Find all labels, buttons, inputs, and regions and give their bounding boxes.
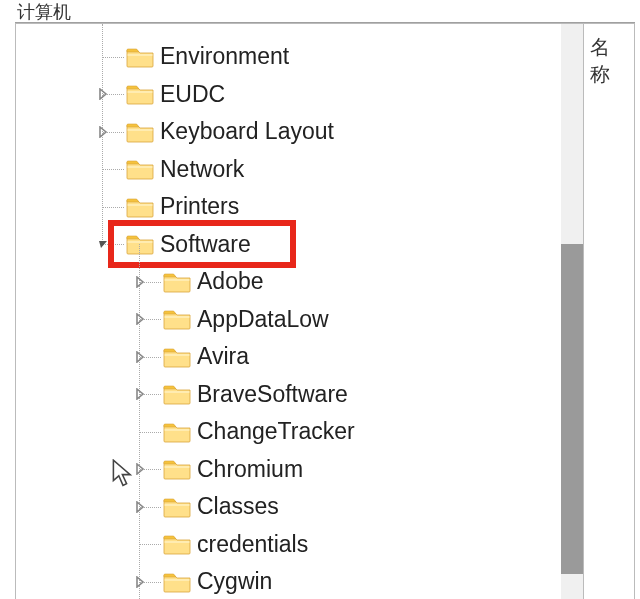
tree-line (103, 57, 124, 58)
tree-item-classes[interactable]: Classes (16, 488, 583, 526)
chevron-down-icon[interactable] (96, 237, 110, 251)
scrollbar-thumb[interactable] (561, 244, 583, 574)
tree-item-changetracker[interactable]: ChangeTracker (16, 413, 583, 451)
chevron-right-icon[interactable] (133, 275, 147, 289)
folder-icon (126, 233, 154, 255)
tree-item-avira[interactable]: Avira (16, 338, 583, 376)
tree-line (140, 544, 161, 545)
tree-item-bravesoftware[interactable]: BraveSoftware (16, 376, 583, 414)
chevron-right-icon[interactable] (133, 387, 147, 401)
tree-item-cygwin[interactable]: Cygwin (16, 563, 583, 599)
folder-icon (163, 421, 191, 443)
tree-item-label: AppDataLow (197, 306, 329, 333)
folder-icon (163, 496, 191, 518)
window-title: 计算机 (15, 0, 635, 22)
tree-item-label: credentials (197, 531, 308, 558)
tree-line (103, 207, 124, 208)
chevron-right-icon[interactable] (133, 462, 147, 476)
tree-item-chromium[interactable]: Chromium (16, 451, 583, 489)
folder-icon (126, 46, 154, 68)
tree-item-label: Avira (197, 343, 249, 370)
chevron-right-icon[interactable] (133, 500, 147, 514)
tree-item-keyboard-layout[interactable]: Keyboard Layout (16, 113, 583, 151)
tree-item-software[interactable]: Software (16, 226, 583, 264)
folder-icon (126, 83, 154, 105)
tree-item-label: ChangeTracker (197, 418, 355, 445)
folder-icon (163, 383, 191, 405)
tree-item-adobe[interactable]: Adobe (16, 263, 583, 301)
folder-icon (126, 158, 154, 180)
tree-item-label: Classes (197, 493, 279, 520)
chevron-right-icon[interactable] (96, 87, 110, 101)
tree-item-label: Printers (160, 193, 239, 220)
folder-icon (163, 571, 191, 593)
folder-icon (163, 308, 191, 330)
details-pane: 名称 (583, 23, 635, 599)
tree-item-label: Cygwin (197, 568, 272, 595)
folder-icon (163, 533, 191, 555)
tree-item-label: Environment (160, 43, 289, 70)
folder-icon (126, 196, 154, 218)
chevron-right-icon[interactable] (133, 575, 147, 589)
tree-item-label: Adobe (197, 268, 264, 295)
folder-icon (163, 458, 191, 480)
split-panes: Environment EUDC Keyboard Layout Network… (15, 22, 635, 599)
tree-line (103, 169, 124, 170)
column-header-name[interactable]: 名称 (590, 34, 628, 88)
tree-item-network[interactable]: Network (16, 151, 583, 189)
chevron-right-icon[interactable] (133, 312, 147, 326)
folder-icon (163, 346, 191, 368)
tree-item-label: Network (160, 156, 244, 183)
tree-item-label: EUDC (160, 81, 225, 108)
tree-pane: Environment EUDC Keyboard Layout Network… (15, 23, 583, 599)
tree-item-label: Chromium (197, 456, 303, 483)
tree-item-label: Software (160, 231, 251, 258)
window-frame: 计算机 Environment EUDC Keyboard Layout Net… (15, 0, 635, 599)
tree-item-eudc[interactable]: EUDC (16, 76, 583, 114)
vertical-scrollbar[interactable] (561, 24, 583, 599)
chevron-right-icon[interactable] (133, 350, 147, 364)
folder-icon (126, 121, 154, 143)
tree-item-appdatalow[interactable]: AppDataLow (16, 301, 583, 339)
cursor-icon (111, 459, 135, 487)
tree-item-printers[interactable]: Printers (16, 188, 583, 226)
tree-item-credentials[interactable]: credentials (16, 526, 583, 564)
tree-item-label: BraveSoftware (197, 381, 348, 408)
tree-item-label: Keyboard Layout (160, 118, 334, 145)
tree-line (140, 432, 161, 433)
tree-item-environment[interactable]: Environment (16, 38, 583, 76)
chevron-right-icon[interactable] (96, 125, 110, 139)
folder-icon (163, 271, 191, 293)
registry-tree[interactable]: Environment EUDC Keyboard Layout Network… (16, 24, 583, 599)
